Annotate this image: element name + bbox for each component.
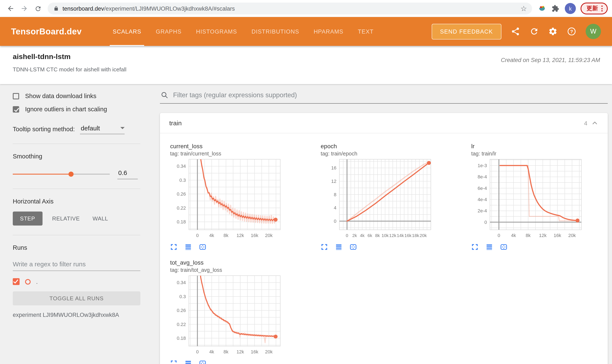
svg-text:4k: 4k	[209, 349, 214, 354]
fit-domain-icon[interactable]	[199, 243, 206, 251]
expand-chart-icon[interactable]	[321, 243, 328, 251]
svg-text:18k: 18k	[412, 233, 419, 238]
svg-text:4k: 4k	[209, 233, 214, 238]
settings-gear-icon[interactable]	[548, 27, 557, 36]
show-download-links-checkbox[interactable]: Show data download links	[13, 92, 140, 99]
runs-label: Runs	[13, 244, 140, 251]
chart-title: current_loss	[170, 143, 312, 150]
svg-text:0.22: 0.22	[177, 322, 186, 327]
tab-hparams[interactable]: HPARAMS	[306, 17, 351, 46]
ignore-outliers-label: Ignore outliers in chart scaling	[25, 106, 107, 113]
smoothing-slider[interactable]	[13, 171, 110, 177]
svg-text:0: 0	[334, 219, 336, 224]
refresh-icon[interactable]	[529, 27, 539, 36]
tag-group-title: train	[169, 119, 181, 127]
fit-domain-icon[interactable]	[350, 243, 357, 251]
svg-text:4k: 4k	[360, 233, 365, 238]
svg-text:8k: 8k	[375, 233, 380, 238]
url-text: tensorboard.dev/experiment/LJI9MWUORLOw3…	[63, 5, 235, 12]
svg-text:0: 0	[484, 220, 487, 225]
chart-toolbar	[170, 360, 312, 364]
reload-button[interactable]	[31, 2, 44, 15]
svg-text:8k: 8k	[223, 349, 229, 354]
collapse-group-icon[interactable]	[591, 119, 598, 127]
chart-card-tot_avg_loss: tot_avg_losstag: train/tot_avg_loss04k8k…	[162, 251, 312, 364]
settings-sidebar: Show data download links Ignore outliers…	[0, 84, 153, 364]
address-bar[interactable]: tensorboard.dev/experiment/LJI9MWUORLOw3…	[48, 2, 532, 14]
chart-toolbar	[321, 243, 463, 251]
send-feedback-button[interactable]: SEND FEEDBACK	[431, 24, 501, 39]
svg-text:12k: 12k	[539, 233, 547, 238]
forward-button[interactable]	[18, 2, 31, 15]
log-axis-icon[interactable]	[335, 243, 342, 251]
browser-toolbar: tensorboard.dev/experiment/LJI9MWUORLOw3…	[0, 0, 612, 17]
fit-domain-icon[interactable]	[199, 360, 206, 364]
tensorboard-logo[interactable]: TensorBoard.dev	[11, 26, 82, 36]
tab-graphs[interactable]: GRAPHS	[148, 17, 189, 46]
tab-scalars[interactable]: SCALARS	[105, 17, 148, 46]
ignore-outliers-checkbox[interactable]: Ignore outliers in chart scaling	[13, 106, 140, 113]
svg-text:16k: 16k	[554, 233, 561, 238]
expand-chart-icon[interactable]	[471, 243, 478, 251]
svg-text:20k: 20k	[265, 233, 273, 238]
tooltip-sorting-select[interactable]: default	[80, 124, 125, 134]
divider	[13, 189, 140, 189]
toggle-all-runs-button[interactable]: TOGGLE ALL RUNS	[13, 291, 140, 305]
back-button[interactable]	[4, 2, 17, 15]
log-axis-icon[interactable]	[185, 360, 192, 364]
run-checkbox-checked-icon[interactable]	[13, 278, 20, 285]
show-download-links-label: Show data download links	[25, 92, 96, 99]
axis-step-button[interactable]: STEP	[13, 211, 42, 225]
tag-group-header[interactable]: train 4	[160, 113, 608, 133]
svg-text:0: 0	[346, 233, 348, 238]
expand-chart-icon[interactable]	[170, 360, 177, 364]
bookmark-star-icon[interactable]: ☆	[518, 4, 530, 13]
filter-tags-input[interactable]: Filter tags (regular expressions support…	[160, 90, 608, 104]
svg-text:0.22: 0.22	[177, 205, 186, 211]
svg-text:10k: 10k	[381, 233, 389, 238]
share-icon[interactable]	[511, 27, 520, 36]
svg-text:0: 0	[498, 233, 500, 238]
slider-thumb[interactable]	[69, 172, 74, 177]
smoothing-value-input[interactable]: 0.6	[117, 169, 138, 179]
tab-distributions[interactable]: DISTRIBUTIONS	[244, 17, 306, 46]
experiment-run-id: experiment LJI9MWUORLOw3jkdhxwk8A	[13, 312, 140, 318]
tab-histograms[interactable]: HISTOGRAMS	[189, 17, 244, 46]
svg-text:0: 0	[196, 349, 199, 354]
expand-chart-icon[interactable]	[170, 243, 177, 251]
browser-update-menu-button[interactable]: 更新	[581, 2, 608, 14]
charts-grid: current_losstag: train/current_loss04k8k…	[160, 133, 608, 364]
svg-text:20k: 20k	[265, 349, 273, 354]
svg-text:0.3: 0.3	[179, 178, 186, 183]
lock-icon	[54, 6, 59, 12]
svg-text:14k: 14k	[397, 233, 404, 238]
tag-group-count: 4	[584, 119, 587, 126]
scalar-chart-plot[interactable]: 04k8k12k16k20k0.180.220.260.30.34	[170, 157, 312, 240]
log-axis-icon[interactable]	[486, 243, 493, 251]
scalar-chart-plot[interactable]: 02k4k6k8k10k12k14k16k18k20k0481216	[321, 157, 463, 240]
filter-tags-placeholder: Filter tags (regular expressions support…	[173, 91, 297, 99]
extensions-puzzle-icon[interactable]	[549, 2, 562, 15]
svg-text:0.18: 0.18	[177, 336, 186, 341]
scalar-chart-plot[interactable]: 04k8k12k16k20k0.180.220.260.30.34	[170, 273, 312, 356]
scalar-chart-plot[interactable]: 04k8k12k16k20k02e-44e-46e-48e-41e-3	[471, 157, 608, 240]
svg-text:12k: 12k	[236, 233, 244, 238]
run-row[interactable]: .	[13, 278, 140, 285]
chart-card-epoch: epochtag: train/epoch02k4k6k8k10k12k14k1…	[312, 134, 463, 251]
extension-bowl-icon[interactable]	[535, 2, 548, 15]
fit-domain-icon[interactable]	[500, 243, 507, 251]
svg-text:0.26: 0.26	[177, 308, 186, 313]
browser-profile-avatar[interactable]: k	[565, 3, 576, 14]
chart-toolbar	[471, 243, 608, 251]
back-arrow-icon	[7, 5, 14, 12]
axis-wall-button[interactable]: WALL	[86, 211, 114, 225]
user-avatar[interactable]: W	[586, 24, 601, 39]
runs-filter-input[interactable]: Write a regex to filter runs	[13, 258, 140, 271]
chart-tag: tag: train/lr	[471, 151, 608, 157]
svg-text:2e-4: 2e-4	[478, 208, 487, 213]
tab-text[interactable]: TEXT	[351, 17, 381, 46]
help-icon[interactable]: ?	[567, 27, 576, 36]
log-axis-icon[interactable]	[185, 243, 192, 251]
axis-relative-button[interactable]: RELATIVE	[46, 211, 86, 225]
chart-title: epoch	[321, 143, 463, 150]
